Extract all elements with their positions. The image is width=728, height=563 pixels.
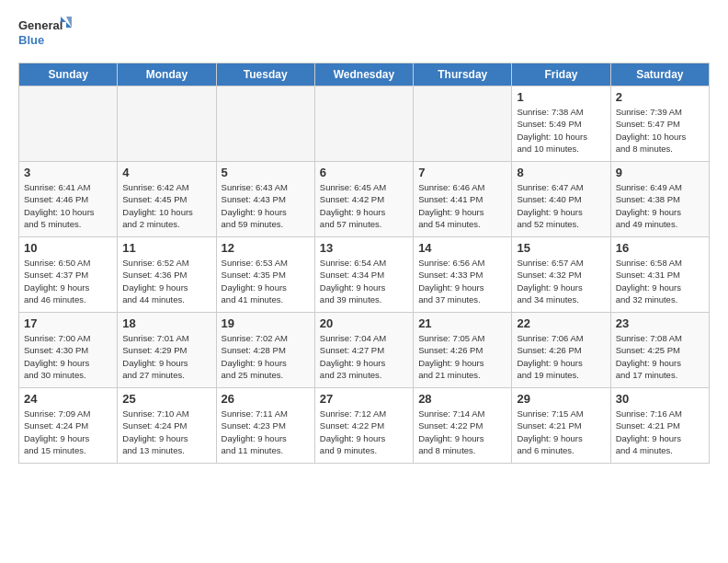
day-info: Sunrise: 7:10 AM Sunset: 4:24 PM Dayligh… <box>122 408 210 456</box>
day-number: 2 <box>616 90 704 104</box>
day-cell: 14Sunrise: 6:56 AM Sunset: 4:33 PM Dayli… <box>414 237 512 313</box>
day-cell <box>314 86 413 162</box>
day-cell <box>19 86 118 162</box>
day-number: 28 <box>418 392 506 406</box>
day-number: 25 <box>122 392 210 406</box>
day-cell: 10Sunrise: 6:50 AM Sunset: 4:37 PM Dayli… <box>19 237 118 313</box>
calendar-body: 1Sunrise: 7:38 AM Sunset: 5:49 PM Daylig… <box>19 86 710 464</box>
day-number: 1 <box>517 90 605 104</box>
day-cell: 1Sunrise: 7:38 AM Sunset: 5:49 PM Daylig… <box>512 86 610 162</box>
day-number: 22 <box>517 316 605 330</box>
day-info: Sunrise: 7:38 AM Sunset: 5:49 PM Dayligh… <box>517 106 605 155</box>
day-info: Sunrise: 7:02 AM Sunset: 4:28 PM Dayligh… <box>222 332 310 381</box>
weekday-thursday: Thursday <box>414 63 512 86</box>
day-number: 23 <box>616 316 704 330</box>
day-cell: 12Sunrise: 6:53 AM Sunset: 4:35 PM Dayli… <box>216 237 314 313</box>
day-number: 14 <box>418 241 506 255</box>
day-cell: 20Sunrise: 7:04 AM Sunset: 4:27 PM Dayli… <box>314 313 413 388</box>
day-info: Sunrise: 6:49 AM Sunset: 4:38 PM Dayligh… <box>616 181 704 230</box>
day-info: Sunrise: 7:15 AM Sunset: 4:21 PM Dayligh… <box>517 408 605 456</box>
day-cell: 5Sunrise: 6:43 AM Sunset: 4:43 PM Daylig… <box>216 162 314 237</box>
day-cell: 28Sunrise: 7:14 AM Sunset: 4:22 PM Dayli… <box>414 388 512 464</box>
day-number: 20 <box>320 316 408 330</box>
day-number: 19 <box>222 316 310 330</box>
logo-svg: General Blue <box>18 15 74 53</box>
day-number: 10 <box>24 241 112 255</box>
day-number: 7 <box>418 166 506 179</box>
day-cell: 27Sunrise: 7:12 AM Sunset: 4:22 PM Dayli… <box>314 388 413 464</box>
week-row-1: 3Sunrise: 6:41 AM Sunset: 4:46 PM Daylig… <box>19 162 710 237</box>
day-info: Sunrise: 7:05 AM Sunset: 4:26 PM Dayligh… <box>418 332 506 381</box>
day-number: 16 <box>616 241 704 255</box>
weekday-monday: Monday <box>118 63 216 86</box>
calendar-table: SundayMondayTuesdayWednesdayThursdayFrid… <box>18 63 710 464</box>
svg-text:General: General <box>18 18 63 32</box>
day-cell: 8Sunrise: 6:47 AM Sunset: 4:40 PM Daylig… <box>512 162 610 237</box>
day-number: 26 <box>222 392 310 406</box>
day-info: Sunrise: 6:52 AM Sunset: 4:36 PM Dayligh… <box>122 257 210 305</box>
week-row-4: 24Sunrise: 7:09 AM Sunset: 4:24 PM Dayli… <box>19 388 710 464</box>
day-info: Sunrise: 7:08 AM Sunset: 4:25 PM Dayligh… <box>616 332 704 381</box>
page: General Blue SundayMondayTuesdayWednesda… <box>0 0 728 473</box>
day-info: Sunrise: 6:46 AM Sunset: 4:41 PM Dayligh… <box>418 181 506 230</box>
day-cell: 6Sunrise: 6:45 AM Sunset: 4:42 PM Daylig… <box>314 162 413 237</box>
day-info: Sunrise: 6:42 AM Sunset: 4:45 PM Dayligh… <box>122 181 210 230</box>
day-cell: 17Sunrise: 7:00 AM Sunset: 4:30 PM Dayli… <box>19 313 118 388</box>
day-cell: 26Sunrise: 7:11 AM Sunset: 4:23 PM Dayli… <box>216 388 314 464</box>
day-cell: 23Sunrise: 7:08 AM Sunset: 4:25 PM Dayli… <box>610 313 709 388</box>
header-area: General Blue <box>18 15 710 53</box>
day-info: Sunrise: 7:39 AM Sunset: 5:47 PM Dayligh… <box>616 106 704 155</box>
day-number: 24 <box>24 392 112 406</box>
day-cell: 3Sunrise: 6:41 AM Sunset: 4:46 PM Daylig… <box>19 162 118 237</box>
day-cell: 18Sunrise: 7:01 AM Sunset: 4:29 PM Dayli… <box>118 313 216 388</box>
day-cell: 7Sunrise: 6:46 AM Sunset: 4:41 PM Daylig… <box>414 162 512 237</box>
week-row-2: 10Sunrise: 6:50 AM Sunset: 4:37 PM Dayli… <box>19 237 710 313</box>
day-number: 18 <box>122 316 210 330</box>
day-cell: 15Sunrise: 6:57 AM Sunset: 4:32 PM Dayli… <box>512 237 610 313</box>
weekday-tuesday: Tuesday <box>216 63 314 86</box>
day-number: 8 <box>517 166 605 179</box>
day-info: Sunrise: 6:50 AM Sunset: 4:37 PM Dayligh… <box>24 257 112 305</box>
day-info: Sunrise: 6:47 AM Sunset: 4:40 PM Dayligh… <box>517 181 605 230</box>
week-row-3: 17Sunrise: 7:00 AM Sunset: 4:30 PM Dayli… <box>19 313 710 388</box>
day-cell <box>216 86 314 162</box>
day-number: 3 <box>24 166 112 179</box>
day-cell: 22Sunrise: 7:06 AM Sunset: 4:26 PM Dayli… <box>512 313 610 388</box>
day-info: Sunrise: 6:43 AM Sunset: 4:43 PM Dayligh… <box>222 181 310 230</box>
day-info: Sunrise: 6:53 AM Sunset: 4:35 PM Dayligh… <box>222 257 310 305</box>
day-info: Sunrise: 7:04 AM Sunset: 4:27 PM Dayligh… <box>320 332 408 381</box>
day-cell <box>118 86 216 162</box>
weekday-header: SundayMondayTuesdayWednesdayThursdayFrid… <box>19 63 710 86</box>
day-cell: 19Sunrise: 7:02 AM Sunset: 4:28 PM Dayli… <box>216 313 314 388</box>
day-cell: 11Sunrise: 6:52 AM Sunset: 4:36 PM Dayli… <box>118 237 216 313</box>
day-info: Sunrise: 7:09 AM Sunset: 4:24 PM Dayligh… <box>24 408 112 456</box>
day-cell <box>414 86 512 162</box>
day-number: 9 <box>616 166 704 179</box>
weekday-saturday: Saturday <box>610 63 709 86</box>
day-number: 15 <box>517 241 605 255</box>
day-cell: 16Sunrise: 6:58 AM Sunset: 4:31 PM Dayli… <box>610 237 709 313</box>
day-number: 17 <box>24 316 112 330</box>
svg-text:Blue: Blue <box>18 33 44 47</box>
day-number: 11 <box>122 241 210 255</box>
day-info: Sunrise: 7:16 AM Sunset: 4:21 PM Dayligh… <box>616 408 704 456</box>
week-row-0: 1Sunrise: 7:38 AM Sunset: 5:49 PM Daylig… <box>19 86 710 162</box>
day-number: 27 <box>320 392 408 406</box>
day-cell: 2Sunrise: 7:39 AM Sunset: 5:47 PM Daylig… <box>610 86 709 162</box>
day-info: Sunrise: 7:12 AM Sunset: 4:22 PM Dayligh… <box>320 408 408 456</box>
day-cell: 24Sunrise: 7:09 AM Sunset: 4:24 PM Dayli… <box>19 388 118 464</box>
day-number: 13 <box>320 241 408 255</box>
day-info: Sunrise: 7:11 AM Sunset: 4:23 PM Dayligh… <box>222 408 310 456</box>
day-info: Sunrise: 6:56 AM Sunset: 4:33 PM Dayligh… <box>418 257 506 305</box>
day-cell: 13Sunrise: 6:54 AM Sunset: 4:34 PM Dayli… <box>314 237 413 313</box>
weekday-wednesday: Wednesday <box>314 63 413 86</box>
day-number: 30 <box>616 392 704 406</box>
day-number: 4 <box>122 166 210 179</box>
day-info: Sunrise: 6:58 AM Sunset: 4:31 PM Dayligh… <box>616 257 704 305</box>
day-number: 6 <box>320 166 408 179</box>
day-cell: 21Sunrise: 7:05 AM Sunset: 4:26 PM Dayli… <box>414 313 512 388</box>
logo: General Blue <box>18 15 74 53</box>
day-info: Sunrise: 7:00 AM Sunset: 4:30 PM Dayligh… <box>24 332 112 381</box>
day-cell: 29Sunrise: 7:15 AM Sunset: 4:21 PM Dayli… <box>512 388 610 464</box>
day-info: Sunrise: 6:41 AM Sunset: 4:46 PM Dayligh… <box>24 181 112 230</box>
